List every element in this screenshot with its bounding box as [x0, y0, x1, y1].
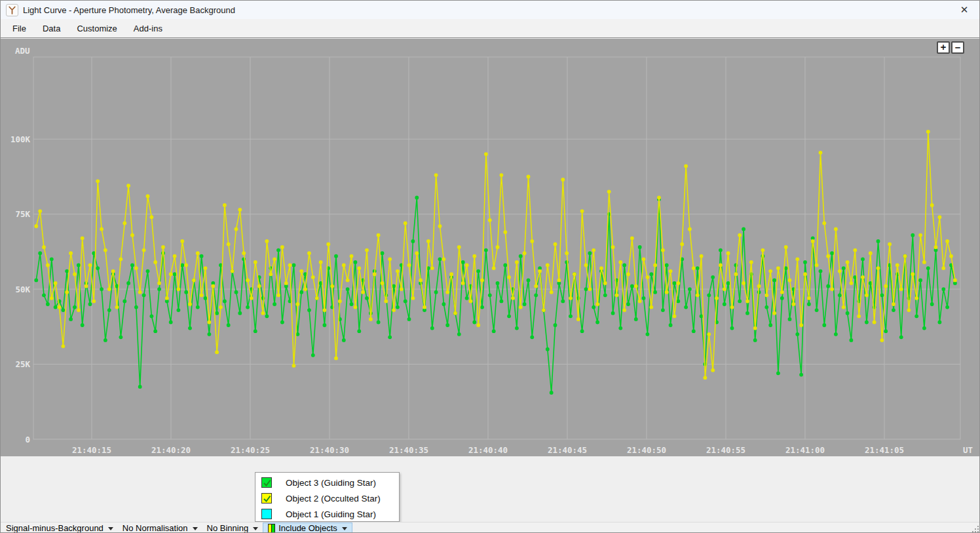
menu-item-data[interactable]: Data [35, 20, 67, 37]
data-point-object-2-occulted-star [200, 293, 204, 297]
data-point-object-2-occulted-star [857, 314, 861, 318]
data-point-object-2-occulted-star [361, 290, 365, 294]
data-point-object-2-occulted-star [834, 227, 838, 231]
data-point-object-2-occulted-star [476, 323, 480, 327]
data-point-object-3-guiding-star [707, 293, 711, 297]
data-point-object-2-occulted-star [576, 317, 580, 321]
data-point-object-3-guiding-star [861, 257, 865, 261]
data-point-object-2-occulted-star [273, 257, 276, 261]
data-point-object-3-guiding-star [346, 287, 350, 291]
data-point-object-2-occulted-star [584, 264, 588, 267]
data-point-object-2-occulted-star [62, 344, 66, 348]
data-point-object-2-occulted-star [315, 296, 319, 300]
data-point-object-2-occulted-star [250, 296, 254, 300]
data-point-object-3-guiding-star [815, 308, 819, 312]
data-point-object-2-occulted-star [434, 173, 438, 177]
data-point-object-3-guiding-star [899, 335, 903, 339]
data-point-object-2-occulted-star [776, 266, 780, 270]
object-3-checkbox-icon[interactable] [261, 477, 272, 488]
data-point-object-2-occulted-star [938, 215, 942, 219]
data-point-object-2-occulted-star [85, 285, 88, 288]
menu-item-file[interactable]: File [5, 20, 33, 37]
data-point-object-2-occulted-star [865, 293, 869, 297]
object-colors-icon [268, 524, 275, 533]
data-point-object-2-occulted-star [515, 260, 519, 264]
data-point-object-2-occulted-star [592, 248, 595, 252]
legend-item-object-2[interactable]: Object 2 (Occulted Star) [255, 490, 399, 506]
data-point-object-2-occulted-star [227, 243, 231, 247]
data-point-object-3-guiding-star [235, 290, 238, 294]
data-point-object-2-occulted-star [488, 218, 492, 222]
normalisation-dropdown[interactable]: No Normalisation [118, 523, 202, 533]
window-title: Light Curve - Aperture Photometry, Avera… [23, 5, 235, 15]
data-point-object-2-occulted-star [115, 306, 119, 309]
data-point-object-2-occulted-star [527, 175, 531, 179]
data-point-object-3-guiding-star [719, 248, 723, 252]
data-point-object-2-occulted-star [472, 254, 476, 258]
data-point-object-3-guiding-star [134, 306, 138, 309]
data-point-object-2-occulted-star [523, 251, 527, 255]
data-point-object-2-occulted-star [146, 194, 150, 198]
close-icon[interactable]: ✕ [956, 3, 973, 17]
data-point-object-3-guiding-star [299, 290, 303, 294]
zoom-out-button[interactable]: − [951, 41, 964, 54]
chevron-down-icon [193, 527, 198, 530]
data-point-object-2-occulted-star [569, 296, 573, 300]
include-objects-dropdown[interactable]: Include Objects [263, 523, 352, 533]
data-point-object-3-guiding-star [692, 329, 696, 333]
data-point-object-2-occulted-star [377, 233, 381, 237]
data-point-object-2-occulted-star [231, 269, 235, 273]
data-point-object-2-occulted-star [122, 222, 126, 226]
data-point-object-2-occulted-star [307, 251, 311, 255]
binning-label: No Binning [207, 523, 249, 533]
data-point-object-3-guiding-star [618, 326, 622, 330]
data-point-object-2-occulted-star [918, 233, 922, 237]
data-point-object-3-guiding-star [926, 266, 930, 270]
data-point-object-3-guiding-star [50, 257, 54, 261]
data-point-object-2-occulted-star [753, 326, 757, 330]
x-tick-label: 21:40:50 [627, 445, 666, 455]
data-point-object-3-guiding-star [246, 306, 250, 309]
binning-dropdown[interactable]: No Binning [202, 523, 263, 533]
data-point-object-2-occulted-star [707, 332, 711, 336]
data-point-object-3-guiding-star [914, 314, 918, 318]
data-point-object-3-guiding-star [850, 338, 854, 342]
data-point-object-3-guiding-star [465, 296, 469, 300]
menu-item-customize[interactable]: Customize [69, 20, 124, 37]
data-point-object-3-guiding-star [807, 302, 811, 306]
data-point-object-2-occulted-star [665, 290, 669, 294]
data-point-object-2-occulted-star [288, 264, 292, 267]
data-point-object-3-guiding-star [377, 321, 381, 325]
resize-grip[interactable] [970, 524, 979, 532]
data-point-object-3-guiding-star [768, 323, 772, 327]
data-point-object-2-occulted-star [696, 293, 700, 297]
legend-item-object-3[interactable]: Object 3 (Guiding Star) [255, 475, 399, 490]
object-2-checkbox-icon[interactable] [261, 493, 272, 503]
zoom-in-button[interactable]: + [937, 41, 950, 54]
data-point-object-2-occulted-star [745, 300, 749, 304]
legend-item-object-1[interactable]: Object 1 (Guiding Star) [255, 506, 399, 522]
data-point-object-2-occulted-star [461, 281, 465, 285]
menu-item-add-ins[interactable]: Add-ins [126, 20, 170, 37]
data-point-object-3-guiding-star [46, 302, 50, 306]
data-point-object-2-occulted-star [423, 306, 426, 309]
data-point-object-3-guiding-star [819, 269, 823, 273]
data-point-object-2-occulted-star [211, 285, 215, 288]
legend-label: Object 2 (Occulted Star) [286, 494, 381, 503]
include-objects-label: Include Objects [278, 523, 337, 533]
data-point-object-3-guiding-star [764, 306, 768, 309]
object-1-checkbox-icon[interactable] [261, 509, 272, 519]
normalisation-label: No Normalisation [122, 523, 188, 533]
data-point-object-3-guiding-star [42, 293, 46, 297]
data-point-object-3-guiding-star [273, 302, 276, 306]
signal-mode-dropdown[interactable]: Signal-minus-Background [1, 523, 118, 533]
data-point-object-3-guiding-star [822, 323, 826, 327]
x-tick-label: 21:40:20 [151, 445, 191, 455]
data-point-object-3-guiding-star [307, 308, 311, 312]
data-point-object-2-occulted-star [888, 243, 892, 247]
data-point-object-2-occulted-star [764, 293, 768, 297]
data-point-object-2-occulted-star [157, 281, 161, 285]
data-point-object-2-occulted-star [177, 287, 181, 291]
data-point-object-3-guiding-star [388, 335, 392, 339]
data-point-object-3-guiding-star [880, 293, 884, 297]
